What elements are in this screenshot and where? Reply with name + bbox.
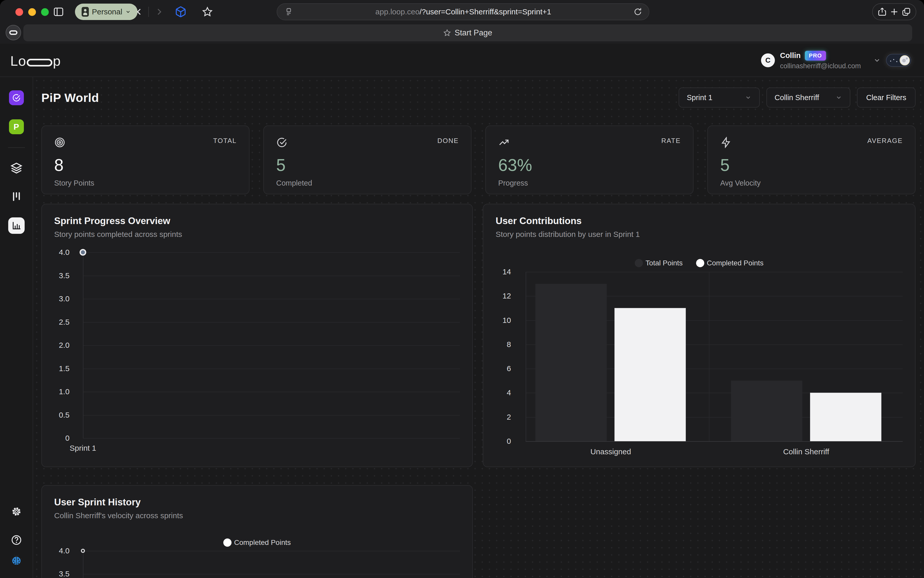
- x-axis-label: Unassigned: [590, 447, 631, 456]
- browser-chrome: Personal app.loop.ceo/?user=Collin+Sh: [0, 0, 924, 44]
- page-header: PiP World Sprint 1 Collin Sherriff Clear…: [41, 87, 916, 108]
- reader-icon[interactable]: [284, 7, 293, 16]
- sidebar-item-project-p[interactable]: P: [9, 119, 24, 134]
- forward-button[interactable]: [150, 3, 168, 21]
- close-window-button[interactable]: [15, 8, 23, 16]
- url-bar[interactable]: app.loop.ceo/?user=Collin+Sherriff&sprin…: [277, 3, 650, 20]
- page-title: PiP World: [41, 91, 99, 105]
- share-button[interactable]: [877, 7, 887, 16]
- ladybug-icon: [11, 554, 22, 566]
- legend-dot-completed: [696, 259, 704, 267]
- stat-card-total: TOTAL 8 Story Points: [41, 125, 250, 194]
- data-point: [81, 549, 85, 553]
- sidebar-item-settings[interactable]: [11, 506, 22, 518]
- sprint-progress-plot: 4.03.53.02.52.01.51.00.50Sprint 1: [54, 252, 460, 460]
- sidebar-item-analytics-selected[interactable]: [8, 218, 24, 234]
- kanban-icon: [11, 191, 22, 202]
- chevron-left-icon: [135, 7, 144, 16]
- reload-button[interactable]: [633, 7, 642, 16]
- user-info: Collin PRO collinasherriff@icloud.com: [780, 51, 861, 70]
- toolbar-right-cluster: [872, 3, 916, 20]
- extension-cube-button[interactable]: [171, 3, 190, 21]
- chart-title: User Contributions: [495, 216, 903, 226]
- data-point: [80, 249, 86, 256]
- target-icon: [54, 137, 65, 148]
- back-button[interactable]: [130, 3, 148, 21]
- chart-title: User Sprint History: [54, 497, 460, 508]
- chart-subtitle: Story points completed across sprints: [54, 230, 460, 239]
- legend-dot-total: [635, 259, 643, 267]
- user-filter-value: Collin Sherriff: [775, 93, 819, 102]
- chart-subtitle: Story points distribution by user in Spr…: [495, 230, 903, 239]
- main-content: PiP World Sprint 1 Collin Sherriff Clear…: [33, 77, 924, 578]
- user-menu[interactable]: C Collin PRO collinasherriff@icloud.com: [761, 49, 911, 71]
- project-initial: P: [9, 119, 24, 134]
- zoom-window-button[interactable]: [41, 8, 49, 16]
- stat-value: 5: [720, 155, 903, 175]
- sprint-filter-value: Sprint 1: [687, 93, 713, 102]
- logo[interactable]: Lop: [10, 53, 61, 69]
- pinned-tab-button[interactable]: [6, 25, 21, 40]
- sidebar-item-bug-report[interactable]: [11, 554, 22, 566]
- tab-strip: Start Page: [0, 24, 924, 44]
- logo-text-prefix: Lo: [10, 53, 26, 69]
- new-tab-button[interactable]: [890, 7, 899, 16]
- minimize-window-button[interactable]: [28, 8, 36, 16]
- avatar[interactable]: C: [761, 54, 775, 67]
- sidebar-item-board[interactable]: [11, 191, 22, 202]
- chart-legend: Total Points Completed Points: [495, 258, 903, 268]
- x-axis-label: Sprint 1: [70, 444, 96, 453]
- bar-completed-1: [810, 393, 882, 441]
- legend-item-completed: Completed Points: [223, 539, 291, 547]
- profile-label: Personal: [92, 7, 122, 16]
- tab-title: Start Page: [455, 28, 492, 37]
- sidebar-toggle-button[interactable]: [49, 3, 68, 21]
- bar-completed-0: [614, 308, 686, 441]
- legend-item-completed: Completed Points: [696, 259, 763, 267]
- user-filter-dropdown[interactable]: Collin Sherriff: [766, 88, 850, 107]
- profile-pill[interactable]: Personal: [75, 3, 138, 20]
- sprint-filter-dropdown[interactable]: Sprint 1: [679, 88, 760, 107]
- star-dot: [893, 59, 894, 60]
- stat-card-average: AVERAGE 5 Avg Velocity: [707, 125, 916, 194]
- check-circle-icon: [276, 137, 287, 148]
- start-page-tab[interactable]: Start Page: [23, 24, 912, 41]
- logo-pill: [27, 59, 52, 67]
- clear-filters-button[interactable]: Clear Filters: [857, 88, 916, 107]
- sidebar-item-tasks-app[interactable]: [9, 90, 24, 105]
- check-circle-icon: [9, 90, 24, 105]
- chart-legend: Completed Points: [54, 537, 460, 548]
- theme-toggle[interactable]: [886, 54, 911, 67]
- stat-caption: Story Points: [54, 179, 237, 187]
- sidebar-icon: [53, 6, 64, 18]
- user-contributions-plot: 14121086420UnassignedCollin Sherriff: [495, 272, 903, 462]
- sidebar-item-help[interactable]: [11, 534, 22, 546]
- chevron-down-icon: [835, 94, 842, 101]
- nav-separator: [148, 6, 149, 17]
- star-icon: [202, 6, 213, 17]
- app-header: Lop C Collin PRO collinasherriff@icloud.…: [0, 44, 924, 77]
- tab-overview-button[interactable]: [902, 7, 911, 16]
- browser-window: Personal app.loop.ceo/?user=Collin+Sh: [0, 0, 924, 578]
- user-history-plot: 4.03.5: [54, 551, 460, 578]
- logo-text-suffix: p: [53, 53, 61, 69]
- sidebar-divider: [8, 147, 25, 148]
- page-url: app.loop.ceo/?user=Collin+Sherriff&sprin…: [293, 7, 633, 16]
- stat-card-done: DONE 5 Completed: [263, 125, 471, 194]
- favorites-button[interactable]: [198, 3, 217, 21]
- chevron-down-icon[interactable]: [873, 57, 881, 64]
- stat-cards: TOTAL 8 Story Points DONE 5 Completed: [41, 125, 916, 194]
- legend-label: Completed Points: [707, 259, 763, 267]
- stat-tag: DONE: [437, 137, 459, 145]
- stat-tag: RATE: [661, 137, 681, 145]
- pro-badge: PRO: [805, 51, 826, 60]
- user-email: collinasherriff@icloud.com: [780, 62, 861, 70]
- gear-icon: [11, 506, 22, 518]
- user-contributions-card: User Contributions Story points distribu…: [483, 204, 916, 467]
- layers-icon: [10, 162, 23, 174]
- stat-tag: AVERAGE: [867, 137, 903, 145]
- chart-title: Sprint Progress Overview: [54, 216, 460, 226]
- x-axis-label: Collin Sherriff: [783, 447, 829, 456]
- star-dot: [890, 60, 891, 62]
- sidebar-item-backlog[interactable]: [10, 162, 23, 174]
